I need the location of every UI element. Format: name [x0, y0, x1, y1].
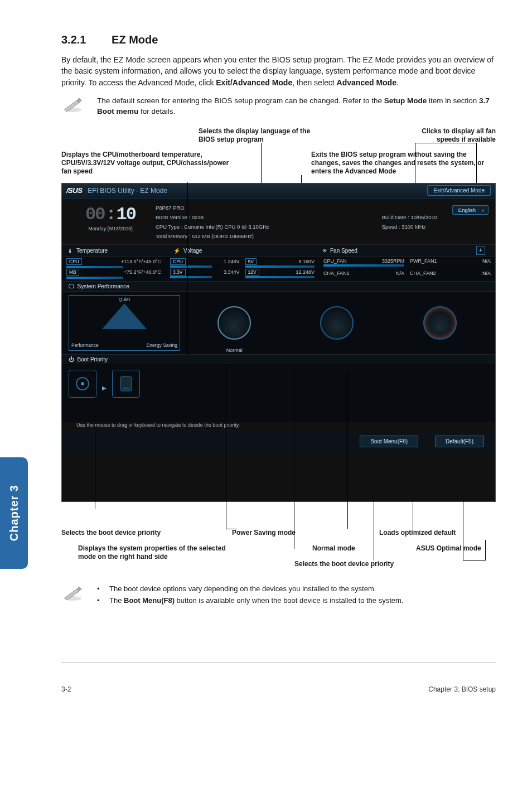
callout-boot-priority: Selects the boot device priority [61, 529, 161, 537]
info-bios-version: BIOS Version : 0238 [156, 212, 321, 222]
fan-icon: ✳ [322, 248, 327, 254]
boot-priority-body: ▶ [62, 364, 495, 422]
volt-33v-label: 3.3V [170, 269, 186, 276]
svg-point-2 [81, 382, 84, 385]
fan-cha1-label: CHA_FAN1 [323, 270, 350, 276]
tip-row-2: • The boot device options vary depending… [61, 584, 496, 608]
arrow-icon: ▶ [102, 385, 107, 391]
leader-line [347, 370, 348, 529]
section-number: 3.2.1 [61, 33, 86, 46]
perf-energy: Energy Saving [147, 342, 177, 348]
bios-date: Monday [9/13/2010] [69, 226, 152, 231]
temp-mb-label: MB [66, 269, 79, 276]
leader-line [187, 182, 188, 355]
chapter-side-label: Chapter 3 [8, 485, 21, 541]
power-icon: ⏻ [69, 356, 74, 363]
fan-pwr-val: N/A [482, 258, 491, 264]
volt-5v-label: 5V [245, 258, 257, 265]
info-memory: Total Memory : 512 MB (DDR3 1066MHz) [156, 231, 321, 241]
gauge-normal[interactable]: Normal [186, 295, 283, 351]
readings-row: CPU+113.0°F/+45.0°C MB+75.2°F/+40.0°C CP… [62, 257, 495, 281]
note-item-1: • The boot device options vary depending… [97, 584, 403, 593]
temp-cpu-label: CPU [66, 258, 82, 265]
info-cpu-type: CPU Type : Genuine Intel(R) CPU 0 @ 3.10… [156, 222, 321, 231]
callout-loads-default: Loads optimized default [379, 529, 456, 537]
perf-mode-selector[interactable]: Quiet Performance Energy Saving [69, 295, 180, 351]
boot-device-1[interactable] [69, 370, 96, 398]
bios-titlebar: /SUS EFI BIOS Utility - EZ Mode Exit/Adv… [62, 183, 495, 199]
pen-icon [61, 584, 84, 601]
sys-perf-label: System Performance [78, 283, 129, 289]
fan-cha2-val: N/A [482, 270, 491, 276]
fan-cpu-label: CPU_FAN [323, 258, 347, 264]
bios-screenshot: /SUS EFI BIOS Utility - EZ Mode Exit/Adv… [61, 183, 496, 502]
thermometer-icon: 🌡 [67, 248, 73, 254]
fan-cha2-label: CHA_FAN2 [410, 270, 436, 276]
callout-normal-mode: Normal mode [312, 544, 355, 553]
boot-tip-text: Use the mouse to drag or keyboard to nav… [62, 422, 495, 431]
sensor-headers: 🌡 Temperature ⚡ Voltage ✳ Fan Speed + [62, 244, 495, 257]
volt-cpu-label: CPU [170, 258, 186, 265]
callout-boot-priority-2: Selects the boot device priority [294, 560, 394, 568]
gauge-normal-label: Normal [226, 347, 243, 353]
volt-12v-label: 12V [245, 269, 259, 276]
sys-perf-body: Quiet Performance Energy Saving Normal [62, 292, 495, 354]
callout-sys-props: Displays the system properties of the se… [78, 544, 234, 561]
temp-cpu-val: +113.0°F/+45.0°C [121, 259, 161, 264]
sys-perf-header: 🖵 System Performance [62, 281, 495, 292]
volt-12v-val: 12.248V [296, 269, 315, 275]
gauge-second[interactable] [288, 295, 385, 351]
fan-cha1-val: N/A [396, 270, 404, 276]
page-footer: 3-2 Chapter 3: BIOS setup [0, 663, 532, 704]
svg-rect-4 [123, 388, 129, 389]
fan-expand-button[interactable]: + [476, 246, 485, 255]
perf-performance: Performance [71, 342, 99, 348]
note-item-2: • The Boot Menu(F8) button is available … [97, 596, 403, 605]
leader-line [226, 367, 226, 529]
callout-asus-optimal: ASUS Optimal mode [416, 544, 481, 553]
leader-line [415, 143, 476, 143]
exit-advanced-button[interactable]: Exit/Advanced Mode [427, 185, 491, 196]
callout-left: Displays the CPU/motherboard temperature… [61, 151, 234, 176]
callout-power-saving: Power Saving mode [232, 529, 296, 537]
tip-1-text: The default screen for entering the BIOS… [97, 96, 496, 117]
fan-cpu-val: 3325RPM [382, 258, 404, 264]
bios-title-text: EFI BIOS Utility - EZ Mode [88, 187, 167, 195]
asus-logo: /SUS [66, 186, 82, 195]
bios-top-panel: 00:10 Monday [9/13/2010] P8P67 PRO BIOS … [62, 199, 495, 244]
volt-5v-val: 5.160V [298, 259, 315, 264]
perf-quiet: Quiet [119, 297, 130, 302]
gauge-third[interactable] [391, 295, 489, 351]
tip-row-1: The default screen for entering the BIOS… [61, 96, 496, 117]
footer-page-number: 3-2 [61, 685, 71, 693]
pen-icon [61, 96, 84, 113]
default-button[interactable]: Default(F5) [435, 436, 484, 447]
info-speed: Speed : 3100 MHz [321, 222, 489, 231]
language-button[interactable]: English [452, 205, 489, 215]
fan-header: Fan Speed [330, 248, 357, 254]
intro-paragraph: By default, the EZ Mode screen appears w… [61, 54, 496, 88]
section-title: EZ Mode [112, 33, 158, 46]
temp-mb-val: +75.2°F/+40.0°C [124, 269, 161, 275]
leader-line [95, 369, 95, 509]
volt-33v-val: 3.344V [224, 269, 240, 275]
boot-menu-button[interactable]: Boot Menu(F8) [360, 436, 418, 447]
callout-language: Selects the display language of the BIOS… [199, 127, 327, 144]
monitor-icon: 🖵 [69, 283, 74, 289]
info-model: P8P67 PRO [156, 203, 321, 212]
boot-priority-header: ⏻ Boot Priority [62, 354, 495, 364]
volt-cpu-val: 1.248V [224, 259, 240, 264]
note-2-text: The Boot Menu(F8) button is available on… [109, 596, 403, 605]
boot-device-2[interactable] [112, 370, 140, 398]
section-heading: 3.2.1 EZ Mode [61, 33, 496, 46]
chapter-side-tab: Chapter 3 [0, 457, 28, 569]
note-1-text: The boot device options vary depending o… [109, 584, 376, 593]
callout-right: Exits the BIOS setup program without sav… [311, 151, 490, 176]
fan-pwr-label: PWR_FAN1 [410, 258, 437, 264]
callout-fanspeed: Clicks to display all fan speeds if avai… [401, 127, 496, 144]
bottom-buttons: Boot Menu(F8) Default(F5) [62, 431, 495, 454]
bolt-icon: ⚡ [173, 248, 180, 254]
leader-line [476, 143, 477, 189]
footer-chapter: Chapter 3: BIOS setup [428, 685, 496, 693]
voltage-header: Voltage [183, 248, 202, 254]
